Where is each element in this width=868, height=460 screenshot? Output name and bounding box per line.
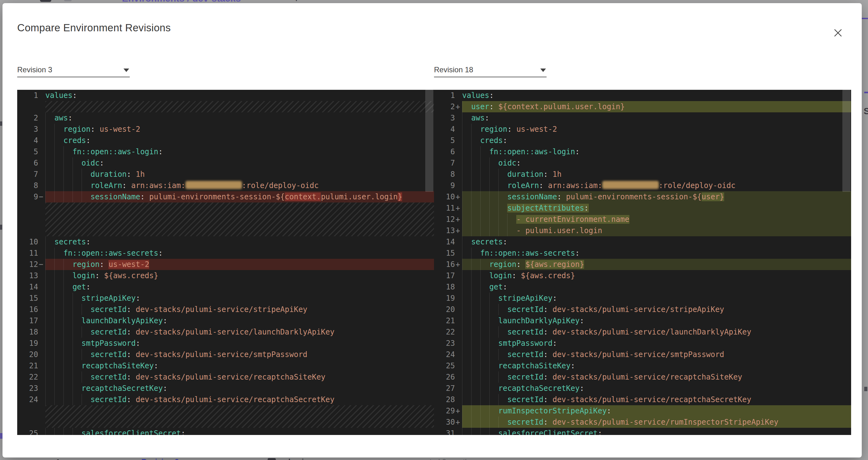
line-number: 7: [17, 169, 45, 180]
line-gutter: [17, 101, 45, 112]
left-revision-select[interactable]: Revision 3: [17, 63, 130, 77]
line-number: 27: [434, 383, 462, 394]
indent-guide: [480, 416, 489, 428]
line-number: 10: [17, 236, 45, 248]
indent-guide: [498, 416, 507, 428]
right-revision-select[interactable]: Revision 18: [434, 63, 547, 77]
code-line: 8duration: 1h: [434, 169, 851, 180]
line-number: 15: [17, 293, 45, 304]
code-line: 20secretId: dev-stacks/pulumi-service/sm…: [17, 349, 434, 360]
indent-guide: [498, 191, 507, 202]
indent-guide: [489, 405, 498, 416]
hatch-filler-row: [17, 202, 434, 236]
line-number: 23: [434, 338, 462, 349]
backdrop-mark: [0, 433, 2, 439]
indent-guide: [489, 349, 498, 360]
indent-guide: [462, 180, 471, 191]
code-line: 10+sessionName: pulumi-environments-sess…: [434, 191, 851, 202]
line-number: 16: [17, 304, 45, 315]
code-line: 9−sessionName: pulumi-environments-sessi…: [17, 191, 434, 202]
code-line: 20secretId: dev-stacks/pulumi-service/st…: [434, 304, 851, 315]
line-number: 1: [434, 90, 462, 101]
indent-guide: [462, 124, 471, 135]
backdrop-letter: S: [864, 106, 868, 116]
line-gutter: [17, 405, 45, 428]
indent-guide: [462, 191, 471, 202]
close-button[interactable]: [831, 26, 845, 41]
indent-guide: [45, 281, 54, 293]
code-line: 21recaptchaSiteKey:: [17, 360, 434, 371]
revision-link: Revision 3: [141, 458, 179, 460]
indent-guide: [471, 146, 480, 157]
indent-guide: [63, 304, 72, 315]
line-number: 6: [434, 146, 462, 157]
indent-guide: [498, 169, 507, 180]
nav-icon: [64, 0, 72, 1]
hatch-filler-row: [17, 405, 434, 428]
code-line: 18secretId: dev-stacks/pulumi-service/la…: [17, 326, 434, 338]
backdrop-mark: [862, 18, 868, 19]
line-number: 12+: [434, 214, 462, 225]
indent-guide: [462, 112, 471, 124]
indent-guide: [480, 371, 489, 383]
indent-guide: [82, 191, 91, 202]
breadcrumb-caret-icon: ▼: [293, 0, 300, 3]
line-number: 18: [17, 326, 45, 338]
redacted-account-id: [602, 181, 659, 189]
line-number: 19: [434, 293, 462, 304]
line-number: 24: [434, 349, 462, 360]
indent-guide: [471, 394, 480, 405]
indent-guide: [462, 293, 471, 304]
line-number: 14: [17, 281, 45, 293]
line-number: 8: [17, 180, 45, 191]
code-line: 19smtpPassword:: [17, 338, 434, 349]
line-number: 21: [434, 315, 462, 326]
scrollbar-thumb[interactable]: [842, 90, 850, 192]
indent-guide: [54, 281, 63, 293]
code-line: 18get:: [434, 281, 851, 293]
indent-guide: [45, 124, 54, 135]
indent-guide: [507, 214, 516, 225]
indent-guide: [489, 225, 498, 236]
indent-guide: [462, 304, 471, 315]
indent-guide: [72, 383, 82, 394]
hatch-filler-row: [17, 101, 434, 112]
line-number: 20: [434, 304, 462, 315]
indent-guide: [471, 304, 480, 315]
backdrop-mark: [864, 92, 868, 93]
indent-guide: [82, 394, 91, 405]
indent-guide: [45, 338, 54, 349]
code-line: 13login: ${aws.creds}: [17, 270, 434, 281]
indent-guide: [480, 180, 489, 191]
line-number: 22: [434, 326, 462, 338]
line-number: 8: [434, 169, 462, 180]
diff-panel-left[interactable]: 1values:2aws:3region: us-west-24creds:5f…: [17, 90, 434, 435]
code-line: 3aws:: [434, 112, 851, 124]
code-line: 28secretId: dev-stacks/pulumi-service/re…: [434, 394, 851, 405]
indent-guide: [471, 225, 480, 236]
code-line: 1values:: [17, 90, 434, 101]
indent-guide: [489, 304, 498, 315]
indent-guide: [507, 225, 516, 236]
code-line: 7oidc:: [434, 157, 851, 169]
code-line: 16+region: ${aws.region}: [434, 259, 851, 270]
indent-guide: [489, 383, 498, 394]
indent-guide: [489, 202, 498, 214]
code-line: 22secretId: dev-stacks/pulumi-service/la…: [434, 326, 851, 338]
line-number: 10+: [434, 191, 462, 202]
indent-guide: [63, 270, 72, 281]
indent-guide: [462, 146, 471, 157]
indent-guide: [45, 371, 54, 383]
line-number: 11+: [434, 202, 462, 214]
indent-guide: [45, 293, 54, 304]
indent-guide: [471, 338, 480, 349]
scrollbar-thumb[interactable]: [425, 90, 433, 192]
indent-guide: [480, 360, 489, 371]
indent-guide: [489, 214, 498, 225]
indent-guide: [63, 349, 72, 360]
backdrop-top-strip: Environments / dev-stacks ▼: [0, 0, 868, 3]
indent-guide: [54, 349, 63, 360]
line-number: 13: [17, 270, 45, 281]
diff-panel-right[interactable]: 1values:2+user: ${context.pulumi.user.lo…: [434, 90, 851, 435]
indent-guide: [471, 270, 480, 281]
